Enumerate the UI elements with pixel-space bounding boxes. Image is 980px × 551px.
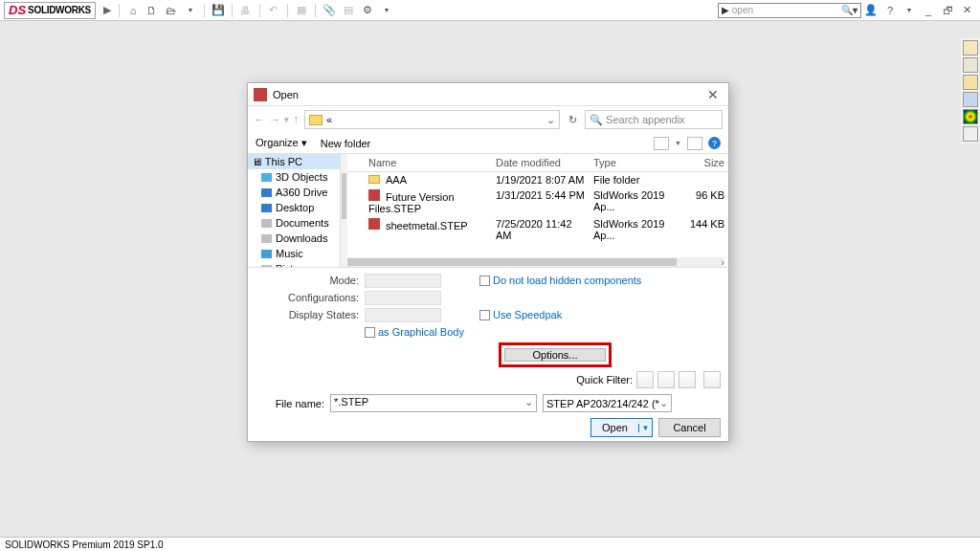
mode-label: Mode: <box>256 275 365 286</box>
cancel-button[interactable]: Cancel <box>658 418 721 437</box>
print-icon[interactable]: 🖶 <box>237 2 255 19</box>
file-list: Name Date modified Type Size AAA1/19/202… <box>347 154 728 267</box>
gear-icon[interactable]: ⚙ <box>359 2 376 19</box>
file-type-dropdown[interactable]: STEP AP203/214/242 (*.step;*.st⌄ <box>543 394 672 412</box>
tree-item[interactable]: Desktop <box>248 200 340 215</box>
open-icon[interactable]: 🗁 <box>163 2 180 19</box>
filter-toplevel-icon[interactable] <box>703 371 721 388</box>
nav-recent-icon[interactable]: ▾ <box>284 115 289 124</box>
open-dropdown-icon[interactable]: ▼ <box>638 424 652 432</box>
chevron-down-icon[interactable]: ⌄ <box>546 114 555 126</box>
filter-drawing-icon[interactable] <box>679 371 696 388</box>
tree-item[interactable]: Pictures <box>248 261 340 267</box>
search-icon[interactable]: 🔍▾ <box>841 5 858 15</box>
dialog-icon <box>254 88 267 101</box>
address-bar[interactable]: « ⌄ <box>304 110 560 129</box>
taskpane-resources-icon[interactable] <box>963 57 978 73</box>
tree-item[interactable]: A360 Drive <box>248 185 340 200</box>
close-icon[interactable]: ✕ <box>703 87 723 102</box>
col-size[interactable]: Size <box>676 154 728 171</box>
config-label: Configurations: <box>256 292 365 303</box>
mode-dropdown[interactable] <box>365 274 441 288</box>
filter-part-icon[interactable] <box>636 371 654 388</box>
list-item[interactable]: AAA1/19/2021 8:07 AMFile folder <box>347 172 728 187</box>
taskpane-appearance-icon[interactable] <box>963 109 978 124</box>
help-icon[interactable]: ? <box>881 2 899 19</box>
list-scrollbar[interactable]: ‹› <box>347 257 724 267</box>
nav-back-icon[interactable]: ← <box>254 113 265 126</box>
filter-assembly-icon[interactable] <box>657 371 675 388</box>
undo-icon[interactable]: ↶ <box>265 2 282 19</box>
view-layout-icon[interactable] <box>654 137 669 150</box>
save-icon[interactable]: 💾 <box>210 2 227 19</box>
tree-item[interactable]: Documents <box>248 215 340 231</box>
displaystates-label: Display States: <box>256 309 365 320</box>
open-dialog: Open ✕ ← → ▾ ↑ « ⌄ ↻ 🔍 Search appendix O… <box>247 82 729 442</box>
form-icon[interactable]: ▤ <box>340 2 357 19</box>
solidworks-logo: DSSOLIDWORKS <box>4 2 96 19</box>
open-button[interactable]: Open▼ <box>590 418 653 437</box>
new-folder-button[interactable]: New folder <box>321 138 371 149</box>
attach-icon[interactable]: 📎 <box>321 2 338 19</box>
col-date[interactable]: Date modified <box>492 154 590 171</box>
config-dropdown[interactable] <box>365 291 441 305</box>
tree-item[interactable]: Downloads <box>248 231 340 246</box>
tree-scrollbar[interactable] <box>340 154 347 267</box>
options-button[interactable]: Options... <box>504 348 606 362</box>
help-dropdown-icon[interactable]: ▼ <box>901 2 918 19</box>
task-pane-tabs <box>961 38 980 143</box>
close-app-icon[interactable]: ✕ <box>958 2 975 19</box>
dropdown-icon[interactable]: ▼ <box>182 2 199 19</box>
dialog-search-input[interactable]: 🔍 Search appendix <box>585 110 723 129</box>
home-icon[interactable]: ⌂ <box>124 2 142 19</box>
nav-tree: 🖥 This PC 3D ObjectsA360 DriveDesktopDoc… <box>248 154 340 267</box>
file-name-input[interactable]: *.STEP⌄ <box>330 394 537 412</box>
menu-expand-icon[interactable]: ▶ <box>100 4 115 16</box>
dialog-help-icon[interactable]: ? <box>708 137 721 149</box>
taskpane-library-icon[interactable] <box>963 75 978 90</box>
restore-icon[interactable]: 🗗 <box>939 2 956 19</box>
tree-item[interactable]: Music <box>248 246 340 261</box>
use-speedpak-checkbox[interactable]: Use Speedpak <box>479 309 562 320</box>
nav-fwd-icon[interactable]: → <box>269 113 280 126</box>
tree-item[interactable]: 3D Objects <box>248 169 340 185</box>
taskpane-explorer-icon[interactable] <box>963 92 978 107</box>
app-toolbar: DSSOLIDWORKS ▶ ⌂ 🗋 🗁 ▼ 💾 🖶 ↶ ▦ 📎 ▤ ⚙ ▼ ▶… <box>0 0 980 21</box>
dialog-title: Open <box>273 89 299 100</box>
status-bar: SOLIDWORKS Premium 2019 SP1.0 <box>0 537 980 551</box>
user-icon[interactable]: 👤 <box>862 2 880 19</box>
file-name-label: File name: <box>256 398 324 409</box>
minimize-icon[interactable]: _ <box>920 2 937 19</box>
organize-button[interactable]: Organize ▾ <box>256 137 307 149</box>
rebuild-icon[interactable]: ▦ <box>293 2 310 19</box>
taskpane-custom-icon[interactable] <box>963 126 978 142</box>
new-icon[interactable]: 🗋 <box>144 2 161 19</box>
list-item[interactable]: Future Version Files.STEP1/31/2021 5:44 … <box>347 187 728 216</box>
col-name[interactable]: Name <box>347 154 492 171</box>
preview-pane-icon[interactable] <box>687 137 702 150</box>
quick-filter-label: Quick Filter: <box>576 374 633 386</box>
list-item[interactable]: sheetmetal.STEP7/25/2020 11:42 AMSldWork… <box>347 216 728 243</box>
gear-dropdown-icon[interactable]: ▼ <box>378 2 395 19</box>
dialog-titlebar: Open ✕ <box>248 83 728 106</box>
refresh-icon[interactable]: ↻ <box>566 114 579 126</box>
as-graphical-body-checkbox[interactable]: as Graphical Body <box>365 326 464 338</box>
taskpane-home-icon[interactable] <box>963 40 978 55</box>
col-type[interactable]: Type <box>590 154 676 171</box>
no-load-hidden-checkbox[interactable]: Do not load hidden components <box>479 275 641 286</box>
displaystates-dropdown[interactable] <box>365 308 441 322</box>
tree-header-this-pc[interactable]: 🖥 This PC <box>248 154 340 169</box>
command-search-input[interactable]: ▶ open 🔍▾ <box>718 3 861 18</box>
nav-up-icon[interactable]: ↑ <box>293 113 299 126</box>
options-highlight: Options... <box>499 342 612 367</box>
folder-icon <box>309 115 323 125</box>
